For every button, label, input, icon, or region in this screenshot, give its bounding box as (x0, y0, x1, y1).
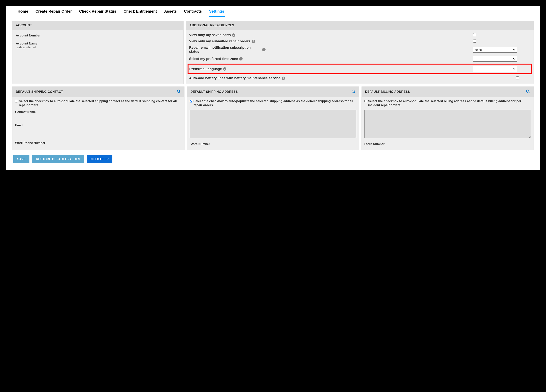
billing-address-header: DEFAULT BILLING ADDRESS (365, 90, 410, 94)
account-panel: ACCOUNT Account Number Account Name Zebr… (12, 21, 183, 84)
preferences-header: ADDITIONAL PREFERENCES (186, 21, 533, 30)
contact-name-label: Contact Name (15, 110, 182, 114)
billing-store-number-label: Store Number (364, 142, 531, 146)
work-phone-label: Work Phone Number (15, 141, 182, 145)
svg-line-3 (354, 92, 355, 93)
nav-assets[interactable]: Assets (164, 9, 177, 17)
search-icon[interactable] (351, 89, 356, 94)
submitted-orders-label: View only my submitted repair orders (189, 39, 250, 43)
email-status-select[interactable]: None (473, 47, 517, 52)
timezone-label: Select my preferred time zone (189, 57, 238, 61)
shipping-address-auto-checkbox[interactable] (190, 100, 192, 102)
language-label: Preferred Language (189, 67, 222, 71)
saved-carts-checkbox[interactable] (473, 33, 476, 36)
chevron-down-icon (511, 47, 517, 52)
svg-line-5 (529, 92, 530, 93)
shipping-address-textarea[interactable] (190, 110, 356, 138)
shipping-address-cb-text: Select the checkbox to auto-populate the… (194, 99, 356, 107)
chevron-down-icon (511, 66, 517, 72)
nav-check-entitlement[interactable]: Check Entitlement (123, 9, 157, 17)
svg-line-1 (179, 92, 181, 93)
top-nav: Home Create Repair Order Check Repair St… (6, 6, 540, 17)
svg-point-0 (177, 90, 180, 92)
shipping-contact-auto-checkbox[interactable] (15, 100, 18, 102)
default-shipping-contact-panel: DEFAULT SHIPPING CONTACT Select the chec… (12, 87, 184, 150)
info-icon[interactable]: i (239, 57, 243, 61)
account-name-value: Zebra Internal (17, 46, 180, 49)
nav-home[interactable]: Home (17, 9, 29, 17)
settings-window: Home Create Repair Order Check Repair St… (6, 6, 540, 170)
billing-address-cb-text: Select the checkbox to auto-populate the… (368, 99, 531, 107)
billing-address-textarea[interactable] (364, 110, 531, 138)
svg-point-4 (526, 90, 529, 92)
account-header: ACCOUNT (13, 21, 183, 30)
info-icon[interactable]: i (262, 48, 266, 51)
preferred-language-row: Preferred Language i (188, 63, 532, 74)
restore-defaults-button[interactable]: RESTORE DEFAULT VALUES (32, 155, 84, 163)
info-icon[interactable]: i (223, 67, 226, 71)
account-number-label: Account Number (16, 34, 180, 37)
additional-preferences-panel: ADDITIONAL PREFERENCES View only my save… (186, 21, 534, 84)
default-billing-address-panel: DEFAULT BILLING ADDRESS Select the check… (362, 87, 534, 150)
email-label: Email (15, 124, 182, 127)
nav-settings[interactable]: Settings (209, 9, 225, 17)
saved-carts-label: View only my saved carts (189, 33, 231, 37)
shipping-store-number-label: Store Number (190, 142, 356, 146)
billing-address-auto-checkbox[interactable] (364, 100, 367, 102)
search-icon[interactable] (526, 89, 530, 94)
search-icon[interactable] (177, 89, 181, 94)
default-shipping-address-panel: DEFAULT SHIPPING ADDRESS Select the chec… (187, 87, 359, 150)
battery-label: Auto-add battery lines with battery main… (189, 76, 280, 80)
nav-create-repair-order[interactable]: Create Repair Order (35, 9, 72, 17)
shipping-contact-header: DEFAULT SHIPPING CONTACT (16, 90, 63, 94)
nav-check-repair-status[interactable]: Check Repair Status (79, 9, 117, 17)
info-icon[interactable]: i (252, 40, 255, 43)
battery-checkbox[interactable] (516, 76, 519, 79)
info-icon[interactable]: i (232, 33, 235, 37)
save-button[interactable]: SAVE (13, 155, 29, 163)
need-help-button[interactable]: NEED HELP (87, 155, 112, 163)
svg-point-2 (352, 90, 354, 92)
account-name-label: Account Name (16, 42, 180, 45)
shipping-contact-cb-text: Select the checkbox to auto-populate the… (19, 99, 182, 107)
info-icon[interactable]: i (282, 76, 285, 80)
timezone-select[interactable] (473, 56, 517, 62)
email-status-label: Repair email notification subscription s… (189, 46, 261, 54)
shipping-address-header: DEFAULT SHIPPING ADDRESS (190, 90, 238, 94)
submitted-orders-checkbox[interactable] (473, 39, 476, 43)
chevron-down-icon (511, 56, 517, 62)
nav-contracts[interactable]: Contracts (183, 9, 202, 17)
language-select[interactable] (473, 66, 517, 72)
email-status-value: None (473, 48, 511, 51)
